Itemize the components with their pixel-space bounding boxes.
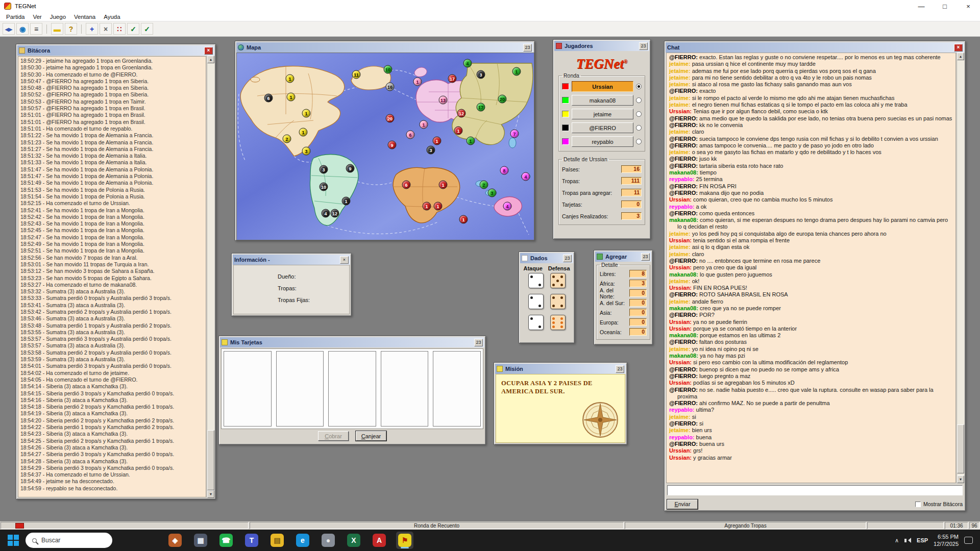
task-view-icon[interactable]: ▦ xyxy=(192,532,209,549)
pdf-reader-icon[interactable]: A xyxy=(371,532,388,549)
player-row-urssian[interactable]: Urssian xyxy=(562,80,642,93)
minimize-button[interactable]: — xyxy=(910,0,933,12)
menu-ayuda[interactable]: Ayuda xyxy=(100,14,124,20)
regroup-check-icon[interactable]: ✓ xyxy=(127,23,139,35)
informacion-titlebar[interactable]: Información - × xyxy=(233,255,350,265)
army-marker[interactable]: 1 xyxy=(434,202,443,211)
army-marker[interactable]: 8 xyxy=(500,166,509,175)
mapa-close-button[interactable]: 23 xyxy=(523,44,532,52)
army-marker[interactable]: 3 xyxy=(488,189,497,197)
whatsapp-icon[interactable]: ☎ xyxy=(217,532,235,549)
army-marker[interactable]: 1 xyxy=(512,67,521,76)
army-marker[interactable]: 17 xyxy=(448,74,457,83)
army-marker[interactable]: 2 xyxy=(480,181,488,189)
army-marker[interactable]: 1 xyxy=(439,181,448,189)
tarjetas-titlebar[interactable]: Mis Tarjetas 23 xyxy=(220,337,484,347)
army-marker[interactable]: 20 xyxy=(386,114,395,123)
army-marker[interactable]: 16 xyxy=(386,83,395,91)
army-marker[interactable]: 12 xyxy=(331,209,339,218)
start-button[interactable] xyxy=(5,532,21,548)
army-marker[interactable]: 1 xyxy=(413,78,422,86)
player-name-button[interactable]: @FIERRO xyxy=(572,122,633,133)
mostrar-bitacora-checkbox[interactable]: Mostrar Bitácora xyxy=(915,501,963,507)
army-marker[interactable]: 1 xyxy=(459,215,468,224)
mision-close-button[interactable]: 23 xyxy=(616,365,624,373)
attack-icon[interactable]: × xyxy=(100,23,112,35)
help-icon[interactable]: ? xyxy=(65,23,77,35)
scroll-down-icon[interactable]: ▼ xyxy=(207,490,214,498)
scroll-down-icon[interactable]: ▼ xyxy=(957,475,964,483)
army-marker[interactable]: 4 xyxy=(463,59,472,68)
add-troops-icon[interactable]: + xyxy=(86,23,98,35)
list-icon[interactable]: ≡ xyxy=(30,23,42,35)
chat-input[interactable] xyxy=(667,485,963,495)
language-indicator[interactable]: ESP xyxy=(917,537,928,543)
bitacora-close-button[interactable]: × xyxy=(204,47,213,55)
menu-ventana[interactable]: Ventana xyxy=(70,14,100,20)
mapa-titlebar[interactable]: Mapa 23 xyxy=(236,42,533,53)
file-explorer-icon[interactable]: ▤ xyxy=(268,532,286,549)
map-nav-icon[interactable]: ◂▸ xyxy=(3,23,15,35)
army-marker[interactable]: 1 xyxy=(287,93,296,102)
player-radio[interactable] xyxy=(636,97,642,103)
army-marker[interactable]: 1 xyxy=(420,120,428,129)
end-turn-check-icon[interactable]: ✓ xyxy=(141,23,153,35)
informacion-close-button[interactable]: × xyxy=(340,256,349,264)
army-marker[interactable]: 6 xyxy=(402,181,411,189)
army-marker[interactable]: 1 xyxy=(454,127,463,135)
agregar-titlebar[interactable]: Agregar 23 xyxy=(595,252,651,262)
army-marker[interactable]: 2 xyxy=(283,135,291,143)
jugadores-titlebar[interactable]: Jugadores 23 xyxy=(554,41,649,51)
army-marker[interactable]: 1 xyxy=(286,74,295,83)
army-marker[interactable]: 4 xyxy=(503,202,512,211)
army-marker[interactable]: 3 xyxy=(477,70,485,79)
panel-icon[interactable]: ▬ xyxy=(51,23,63,35)
player-row-fierro[interactable]: @FIERRO xyxy=(562,121,642,135)
army-marker[interactable]: 6 xyxy=(264,94,273,103)
bitacora-titlebar[interactable]: Bitácora × xyxy=(17,45,214,56)
tray-expand-icon[interactable]: ∧ xyxy=(895,537,899,544)
army-marker[interactable]: 20 xyxy=(498,95,507,104)
player-radio[interactable] xyxy=(636,84,642,89)
scroll-thumb[interactable] xyxy=(957,424,964,473)
notifications-icon[interactable] xyxy=(964,537,973,544)
player-radio[interactable] xyxy=(636,125,642,131)
world-map[interactable]: 1611213111016117431172013121209611317238… xyxy=(236,53,534,240)
chat-titlebar[interactable]: Chat × xyxy=(666,42,964,53)
army-marker[interactable]: 7 xyxy=(510,130,519,138)
army-marker[interactable]: 1 xyxy=(342,197,351,206)
excel-icon[interactable]: X xyxy=(345,532,362,549)
cobrar-button[interactable]: Cobrar xyxy=(318,431,349,441)
army-marker[interactable]: 6 xyxy=(406,131,415,139)
army-marker[interactable]: 1 xyxy=(433,137,442,145)
dice-icon[interactable]: ∷ xyxy=(113,23,126,35)
teams-icon[interactable]: T xyxy=(243,532,260,549)
scroll-up-icon[interactable]: ▲ xyxy=(957,53,964,60)
army-marker[interactable]: 4 xyxy=(322,209,330,218)
enviar-button[interactable]: Enviar xyxy=(667,499,698,509)
army-marker[interactable]: 10 xyxy=(320,183,328,191)
army-marker[interactable]: 4 xyxy=(522,172,530,181)
mision-titlebar[interactable]: Misión 23 xyxy=(495,364,626,374)
checkbox-box[interactable] xyxy=(915,502,921,507)
army-marker[interactable]: 3 xyxy=(302,147,311,156)
army-marker[interactable]: 13 xyxy=(439,96,448,105)
edge-browser-icon[interactable]: e xyxy=(294,532,311,549)
dados-titlebar[interactable]: Dados 23 xyxy=(520,253,573,263)
volume-icon[interactable] xyxy=(904,538,911,543)
globe-icon[interactable]: ◉ xyxy=(16,23,29,35)
army-marker[interactable]: 3 xyxy=(320,165,328,174)
menu-ver[interactable]: Ver xyxy=(29,14,45,20)
restore-button[interactable]: □ xyxy=(933,0,957,12)
army-marker[interactable]: 17 xyxy=(477,103,485,112)
player-radio[interactable] xyxy=(636,139,642,144)
scroll-up-icon[interactable]: ▲ xyxy=(207,56,214,63)
army-marker[interactable]: 3 xyxy=(427,146,435,155)
canjear-button[interactable]: Canjear xyxy=(356,431,386,441)
player-name-button[interactable]: reypablo xyxy=(572,136,633,147)
tarjetas-close-button[interactable]: 23 xyxy=(474,339,483,346)
bitacora-scrollbar[interactable]: ▲ ▼ xyxy=(207,56,214,498)
player-row-reypablo[interactable]: reypablo xyxy=(562,135,642,148)
menu-partida[interactable]: Partida xyxy=(2,14,29,20)
player-name-button[interactable]: makana08 xyxy=(572,95,633,106)
